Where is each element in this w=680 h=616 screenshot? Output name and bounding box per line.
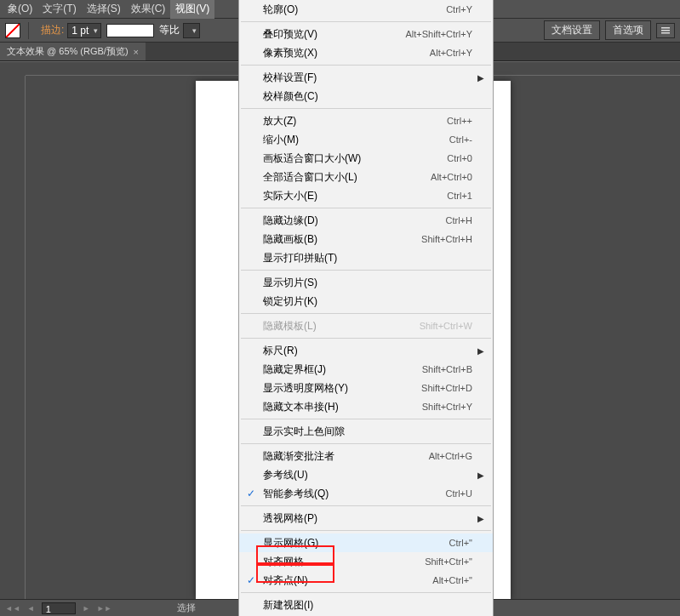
- menu-item[interactable]: 显示透明度网格(Y)Shift+Ctrl+D: [239, 379, 493, 397]
- status-mode-label: 选择: [177, 602, 196, 614]
- menu-item-shortcut: Shift+Ctrl+B: [422, 364, 472, 374]
- menu-item[interactable]: 透视网格(P)▶: [239, 509, 493, 528]
- menu-item[interactable]: 隐藏渐变批注者Alt+Ctrl+G: [239, 447, 493, 465]
- menu-item[interactable]: 隐藏画板(B)Shift+Ctrl+H: [239, 230, 493, 248]
- submenu-arrow-icon: ▶: [472, 73, 484, 83]
- stroke-weight-value: 1 pt: [71, 25, 89, 37]
- menu-item-shortcut: Ctrl+H: [446, 215, 472, 225]
- menu-item[interactable]: 显示切片(S): [239, 273, 493, 292]
- menu-item-shortcut: Ctrl+0: [447, 153, 472, 163]
- submenu-arrow-icon: ▶: [472, 514, 484, 523]
- svg-rect-2: [661, 32, 670, 34]
- menu-item-shortcut: Shift+Ctrl+Y: [422, 402, 472, 412]
- document-setup-button[interactable]: 文档设置: [544, 20, 600, 40]
- menu-item[interactable]: 放大(Z)Ctrl++: [239, 111, 493, 130]
- menu-item-shortcut: Shift+Ctrl+W: [420, 321, 472, 331]
- menu-item[interactable]: 校样颜色(C): [239, 87, 493, 106]
- menu-effect[interactable]: 效果(C): [126, 0, 171, 19]
- menu-separator: [241, 505, 491, 506]
- menu-separator: [241, 21, 491, 22]
- submenu-arrow-icon: ▶: [472, 471, 484, 480]
- menu-item-label: 全部适合窗口大小(L): [263, 170, 431, 185]
- menu-item[interactable]: 显示打印拼贴(T): [239, 248, 493, 267]
- menu-item[interactable]: 叠印预览(V)Alt+Shift+Ctrl+Y: [239, 25, 493, 43]
- menu-item[interactable]: 参考线(U)▶: [239, 465, 493, 484]
- menu-item-label: 锁定切片(K): [263, 294, 472, 309]
- checkmark-icon: ✓: [239, 488, 263, 499]
- menu-item-label: 显示打印拼贴(T): [263, 251, 472, 265]
- menu-item-label: 像素预览(X): [263, 46, 430, 60]
- last-artboard-icon[interactable]: ►►: [97, 604, 112, 613]
- prev-artboard-icon[interactable]: ◄: [27, 604, 35, 613]
- menu-separator: [241, 530, 491, 531]
- menu-item-label: 隐藏画板(B): [263, 232, 421, 247]
- menu-item[interactable]: 锁定切片(K): [239, 292, 493, 311]
- menu-item-label: 隐藏模板(L): [263, 319, 420, 334]
- svg-rect-0: [661, 27, 670, 29]
- menu-view[interactable]: 视图(V): [170, 0, 214, 19]
- artboard-number-field[interactable]: 1: [42, 602, 76, 614]
- menu-item-label: 显示透明度网格(Y): [263, 381, 421, 396]
- menu-item[interactable]: 显示实时上色间隙: [239, 422, 493, 441]
- fill-swatch[interactable]: [5, 23, 20, 38]
- menu-item-shortcut: Alt+Ctrl+G: [429, 451, 472, 461]
- checkmark-icon: ✓: [239, 574, 263, 586]
- menu-item[interactable]: ✓对齐点(N)Alt+Ctrl+": [239, 571, 493, 590]
- separator: [28, 22, 29, 39]
- menu-item-label: 隐藏渐变批注者: [263, 449, 429, 464]
- menu-item-label: 校样设置(F): [263, 71, 472, 85]
- menu-item-shortcut: Ctrl+": [449, 538, 472, 548]
- menu-item-shortcut: Ctrl+U: [446, 488, 472, 499]
- close-tab-icon[interactable]: ×: [134, 47, 139, 57]
- submenu-arrow-icon: ▶: [472, 346, 484, 356]
- menu-separator: [241, 208, 491, 208]
- menu-item-label: 显示切片(S): [263, 276, 472, 290]
- menu-separator: [241, 65, 491, 66]
- panel-menu-icon[interactable]: [656, 23, 675, 38]
- menu-item-shortcut: Ctrl+1: [447, 191, 472, 201]
- menu-item[interactable]: 隐藏定界框(J)Shift+Ctrl+B: [239, 360, 493, 379]
- first-artboard-icon[interactable]: ◄◄: [5, 604, 20, 613]
- menu-item-label: 透视网格(P): [263, 511, 472, 526]
- menu-item[interactable]: 标尺(R)▶: [239, 341, 493, 360]
- menu-separator: [241, 108, 491, 109]
- menu-item[interactable]: ✓智能参考线(Q)Ctrl+U: [239, 484, 493, 503]
- menu-text[interactable]: 文字(T): [37, 0, 81, 19]
- menu-item[interactable]: 缩小(M)Ctrl+-: [239, 130, 493, 149]
- preferences-button[interactable]: 首选项: [605, 20, 651, 40]
- menu-item-label: 隐藏文本串接(H): [263, 400, 422, 414]
- menu-item-label: 参考线(U): [263, 468, 472, 482]
- menu-item[interactable]: 实际大小(E)Ctrl+1: [239, 186, 493, 205]
- menu-select[interactable]: 选择(S): [82, 0, 126, 19]
- menu-item[interactable]: 轮廓(O)Ctrl+Y: [239, 0, 493, 19]
- menu-item-label: 校样颜色(C): [263, 89, 472, 104]
- stroke-weight-dropdown[interactable]: 1 pt: [67, 23, 101, 38]
- menu-item[interactable]: 显示网格(G)Ctrl+": [239, 533, 493, 552]
- menu-item[interactable]: 新建视图(I): [239, 596, 493, 614]
- menu-separator: [241, 592, 491, 593]
- stroke-style-dropdown[interactable]: [106, 24, 154, 37]
- stroke-label: 描边:: [41, 23, 64, 37]
- menu-item[interactable]: 全部适合窗口大小(L)Alt+Ctrl+0: [239, 168, 493, 186]
- document-tab[interactable]: 文本效果 @ 65% (RGB/预览) ×: [0, 43, 146, 60]
- menu-item-shortcut: Shift+Ctrl+": [425, 556, 472, 567]
- menu-item[interactable]: 对齐网格Shift+Ctrl+": [239, 552, 493, 571]
- menu-item-label: 叠印预览(V): [263, 27, 405, 42]
- menu-item-shortcut: Alt+Ctrl+0: [431, 172, 472, 182]
- menu-item-shortcut: Alt+Ctrl+Y: [430, 48, 472, 58]
- next-artboard-icon[interactable]: ►: [83, 604, 90, 613]
- menu-item-label: 隐藏边缘(D): [263, 214, 446, 228]
- view-menu-dropdown: 轮廓(O)Ctrl+Y叠印预览(V)Alt+Shift+Ctrl+Y像素预览(X…: [238, 0, 494, 616]
- menu-item: 隐藏模板(L)Shift+Ctrl+W: [239, 317, 493, 335]
- menu-item-shortcut: Ctrl++: [447, 116, 472, 126]
- menu-item[interactable]: 隐藏边缘(D)Ctrl+H: [239, 211, 493, 230]
- menu-item-label: 画板适合窗口大小(W): [263, 151, 447, 166]
- menu-object[interactable]: 象(O): [3, 0, 37, 19]
- menu-item[interactable]: 画板适合窗口大小(W)Ctrl+0: [239, 149, 493, 168]
- menu-item-label: 新建视图(I): [263, 598, 472, 613]
- menu-item[interactable]: 隐藏文本串接(H)Shift+Ctrl+Y: [239, 397, 493, 416]
- uniform-dropdown[interactable]: [183, 23, 200, 38]
- menu-item[interactable]: 校样设置(F)▶: [239, 68, 493, 87]
- menu-item[interactable]: 像素预览(X)Alt+Ctrl+Y: [239, 43, 493, 62]
- menu-separator: [241, 313, 491, 314]
